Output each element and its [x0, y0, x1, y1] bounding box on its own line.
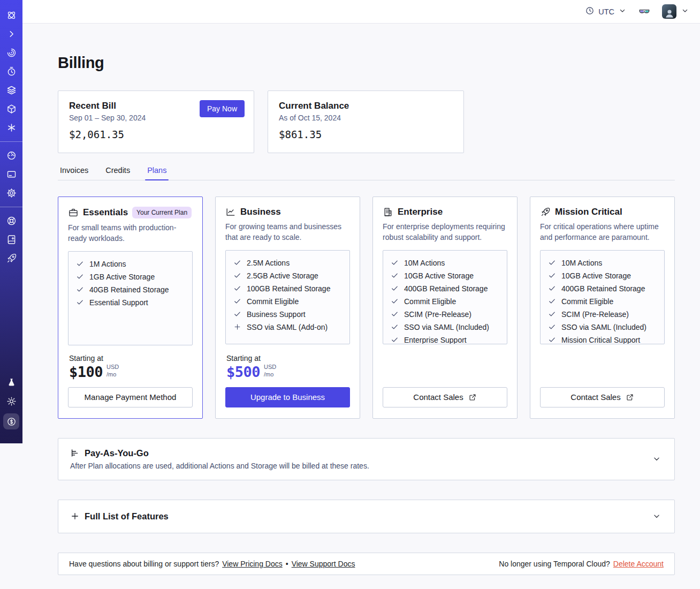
pay-now-button[interactable]: Pay Now: [200, 100, 245, 117]
timezone-selector[interactable]: UTC: [585, 6, 627, 17]
3d-glasses-icon[interactable]: [637, 6, 651, 18]
feature-label: 400GB Retained Storage: [404, 284, 488, 293]
plan-card-mission-critical: Mission Critical For critical operations…: [530, 197, 675, 419]
full-features-section[interactable]: Full List of Features: [58, 500, 675, 533]
feature-label: Commit Eligible: [561, 297, 613, 306]
check-icon: [391, 259, 399, 267]
check-icon: [233, 284, 241, 292]
plan-feature-list: 10M Actions10GB Active Storage400GB Reta…: [383, 250, 507, 344]
feature-item: 400GB Retained Storage: [391, 284, 499, 293]
feature-label: 100GB Retained Storage: [247, 284, 330, 293]
cube-icon[interactable]: [5, 102, 18, 115]
chart-line-icon: [225, 207, 236, 217]
tab-credits[interactable]: Credits: [103, 166, 132, 180]
price-amount: $100: [69, 364, 103, 380]
feature-label: SSO via SAML (Included): [561, 323, 646, 331]
plan-description: For growing teams and businesses that ar…: [225, 221, 350, 243]
feature-label: Essential Support: [89, 298, 148, 307]
footer-bullet: •: [286, 560, 288, 568]
asterisk-icon[interactable]: [5, 121, 18, 134]
view-support-docs-link[interactable]: View Support Docs: [292, 560, 355, 568]
current-balance-amount: $861.35: [279, 129, 453, 140]
chevron-down-icon[interactable]: [652, 454, 661, 464]
payg-section[interactable]: Pay-As-You-Go After Plan allocations are…: [58, 438, 675, 480]
layers-icon[interactable]: [5, 84, 18, 96]
lifebuoy-icon[interactable]: [5, 214, 18, 227]
plan-action-button[interactable]: Upgrade to Business: [225, 387, 350, 407]
price-period: /mo: [264, 371, 276, 379]
price-period: /mo: [106, 371, 119, 379]
plan-header: Mission Critical: [540, 207, 665, 217]
plan-action-button[interactable]: Contact Sales: [383, 387, 507, 407]
check-icon: [391, 284, 399, 292]
plan-description: For critical operations where uptime and…: [540, 221, 665, 243]
chevron-right-icon[interactable]: [5, 27, 18, 40]
plan-header: Essentials Your Current Plan: [68, 207, 193, 218]
plus-icon: [233, 323, 241, 331]
feature-item: 10M Actions: [391, 259, 499, 267]
tab-invoices[interactable]: Invoices: [58, 166, 90, 180]
footer-delete-question: No longer using Temporal Cloud?: [499, 560, 610, 568]
chevron-down-icon: [681, 6, 689, 17]
feature-item: Essential Support: [76, 298, 185, 307]
feature-item: 1M Actions: [76, 260, 185, 268]
feature-label: 40GB Retained Storage: [89, 285, 169, 294]
sun-icon[interactable]: [5, 395, 18, 407]
plan-card-enterprise: Enterprise For enterprise deployments re…: [372, 197, 518, 419]
temporal-logo-icon[interactable]: [5, 9, 18, 21]
plans-grid: Essentials Your Current Plan For small t…: [58, 197, 675, 419]
plan-price: Starting at $100 USD /mo: [69, 354, 192, 380]
feature-item: 2.5GB Active Storage: [233, 271, 342, 280]
flask-icon[interactable]: [5, 376, 18, 389]
tab-plans[interactable]: Plans: [145, 166, 169, 180]
external-link-icon: [626, 393, 634, 402]
bar-chart-icon: [70, 448, 80, 458]
feature-label: Business Support: [247, 310, 306, 319]
billing-tabs: InvoicesCreditsPlans: [58, 166, 675, 180]
feature-item: 400GB Retained Storage: [548, 284, 657, 293]
page-title: Billing: [58, 54, 675, 72]
building-icon: [383, 207, 393, 217]
feature-item: SSO via SAML (Included): [548, 323, 657, 331]
current-balance-title: Current Balance: [279, 101, 453, 111]
dollar-coin-icon[interactable]: [3, 413, 19, 429]
plan-name: Business: [240, 207, 281, 217]
plan-description: For enterprise deployments requiring rob…: [383, 221, 507, 243]
feature-item: 10M Actions: [548, 259, 657, 267]
feature-label: 10GB Active Storage: [561, 271, 631, 280]
credit-card-icon[interactable]: [5, 168, 18, 180]
gear-icon[interactable]: [5, 186, 18, 199]
plan-description: For small teams with production-ready wo…: [68, 222, 193, 244]
gauge-icon[interactable]: [5, 149, 18, 162]
book-icon[interactable]: [5, 233, 18, 246]
plan-name: Mission Critical: [555, 207, 622, 217]
plan-action-button[interactable]: Contact Sales: [540, 387, 665, 407]
spiral-icon[interactable]: [5, 46, 18, 59]
timer-icon[interactable]: [5, 65, 18, 78]
feature-label: 2.5M Actions: [247, 259, 290, 267]
view-pricing-docs-link[interactable]: View Pricing Docs: [222, 560, 283, 568]
feature-label: SCIM (Pre-Release): [404, 310, 471, 319]
feature-label: 10M Actions: [561, 259, 602, 267]
feature-item: 40GB Retained Storage: [76, 285, 185, 294]
check-icon: [76, 273, 84, 281]
plan-action-button[interactable]: Manage Payment Method: [68, 387, 193, 407]
chevron-down-icon[interactable]: [652, 511, 661, 521]
clock-icon: [585, 6, 595, 17]
external-link-icon: [468, 393, 477, 402]
briefcase-icon: [68, 207, 79, 218]
rocket-icon[interactable]: [5, 252, 18, 265]
check-icon: [233, 310, 241, 318]
check-icon: [548, 323, 556, 331]
plan-bottom: Starting at $500 USD /mo Upgrade to Busi…: [225, 345, 350, 407]
account-menu[interactable]: [662, 4, 689, 19]
check-icon: [233, 259, 241, 267]
summary-row: Recent Bill Sep 01 – Sep 30, 2024 $2,061…: [58, 90, 675, 153]
plan-feature-list: 2.5M Actions2.5GB Active Storage100GB Re…: [225, 250, 350, 344]
feature-label: 10M Actions: [404, 259, 445, 267]
main-content: Billing Recent Bill Sep 01 – Sep 30, 202…: [22, 54, 700, 589]
plus-icon: [70, 511, 80, 521]
plan-feature-list: 1M Actions1GB Active Storage40GB Retaine…: [68, 251, 193, 345]
check-icon: [391, 336, 399, 344]
delete-account-link[interactable]: Delete Account: [613, 560, 664, 568]
